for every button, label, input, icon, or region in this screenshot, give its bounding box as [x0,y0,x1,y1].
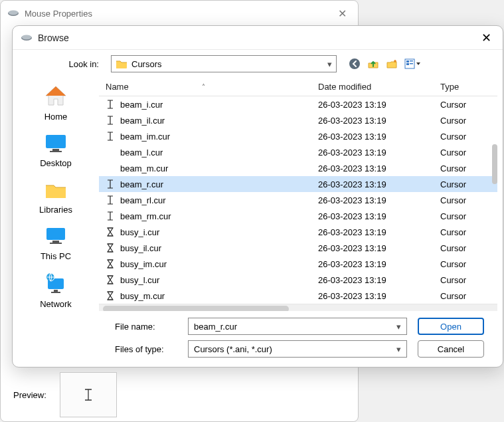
preview-box [60,372,117,417]
col-name-header[interactable]: Name ˄ [99,82,318,92]
file-date: 26-03-2023 13:19 [318,291,438,301]
horizontal-scrollbar[interactable] [99,304,497,311]
new-folder-icon[interactable] [386,58,398,70]
dialog-close-button[interactable]: ✕ [477,31,495,45]
preview-strip: Preview: [13,372,117,417]
parent-close-button[interactable]: ✕ [333,7,351,20]
file-rows: beam_i.cur26-03-2023 13:19Cursorbeam_il.… [99,96,497,304]
hourglass-icon [106,291,115,300]
file-date: 26-03-2023 13:19 [318,275,438,285]
file-row[interactable]: beam_rl.cur26-03-2023 13:19Cursor [99,192,497,208]
file-name: beam_l.cur [120,148,163,158]
col-type-header[interactable]: Type [438,82,497,92]
file-type: Cursor [438,132,497,142]
file-row[interactable]: beam_m.cur26-03-2023 13:19Cursor [99,160,497,176]
file-date: 26-03-2023 13:19 [318,227,438,237]
chevron-down-icon: ▾ [396,344,401,354]
back-icon[interactable] [349,58,361,70]
list-header: Name ˄ Date modified Type [99,78,497,96]
file-date: 26-03-2023 13:19 [318,132,438,142]
file-row[interactable]: beam_rm.cur26-03-2023 13:19Cursor [99,208,497,224]
file-date: 26-03-2023 13:19 [318,211,438,221]
file-name: beam_m.cur [120,163,168,173]
vertical-scrollbar[interactable] [492,144,497,184]
file-row[interactable]: busy_il.cur26-03-2023 13:19Cursor [99,240,497,256]
svg-rect-13 [46,228,65,240]
lookin-combo[interactable]: Cursors ▾ [111,55,337,72]
file-row[interactable]: busy_l.cur26-03-2023 13:19Cursor [99,272,497,288]
file-row[interactable]: busy_i.cur26-03-2023 13:19Cursor [99,224,497,240]
place-home[interactable]: Home [23,82,89,128]
filetype-combo[interactable]: Cursors (*.ani, *.cur) ▾ [188,340,407,358]
file-row[interactable]: busy_im.cur26-03-2023 13:19Cursor [99,256,497,272]
filetype-label: Files of type: [99,344,179,354]
svg-rect-11 [52,149,59,151]
file-type: Cursor [438,243,497,253]
file-name: busy_im.cur [120,259,167,269]
chevron-down-icon: ▾ [396,322,401,332]
preview-label: Preview: [13,390,46,400]
ibeam-icon [106,211,115,221]
place-thispc[interactable]: This PC [23,223,89,268]
file-name: beam_rm.cur [120,211,171,221]
nav-buttons [349,58,420,70]
up-icon[interactable] [367,58,379,70]
svg-rect-6 [406,60,409,62]
place-label: Libraries [23,205,89,215]
file-type: Cursor [438,116,497,126]
file-row[interactable]: beam_im.cur26-03-2023 13:19Cursor [99,128,497,144]
file-name: busy_l.cur [120,275,159,285]
place-label: Desktop [23,158,89,168]
lookin-value: Cursors [131,59,162,69]
app-disc-icon [7,9,19,17]
file-type: Cursor [438,148,497,158]
folder-icon [116,59,127,68]
file-date: 26-03-2023 13:19 [318,100,438,110]
file-date: 26-03-2023 13:19 [318,243,438,253]
chevron-down-icon: ▾ [327,59,332,69]
file-row[interactable]: beam_l.cur26-03-2023 13:19Cursor [99,144,497,160]
svg-point-1 [9,11,18,15]
dialog-title: Browse [38,33,477,43]
lookin-label: Look in: [13,59,106,69]
place-label: Home [23,112,89,122]
cancel-button[interactable]: Cancel [418,340,484,358]
file-name: beam_il.cur [120,116,165,126]
file-name: beam_r.cur [120,179,163,189]
file-date: 26-03-2023 13:19 [318,259,438,269]
open-button[interactable]: Open [418,318,484,335]
hourglass-icon [106,227,115,237]
view-menu-icon[interactable] [404,58,420,70]
file-type: Cursor [438,163,497,173]
file-type: Cursor [438,291,497,301]
svg-rect-8 [410,60,413,62]
hourglass-icon [106,259,115,268]
col-date-header[interactable]: Date modified [318,82,438,92]
svg-point-4 [349,58,360,69]
place-network[interactable]: Network [23,269,89,316]
file-type: Cursor [438,275,497,285]
file-name: busy_m.cur [120,291,165,301]
file-date: 26-03-2023 13:19 [318,179,438,189]
file-type: Cursor [438,100,497,110]
filename-value: beam_r.cur [194,322,237,332]
file-name: busy_i.cur [120,227,159,237]
place-label: Network [23,299,89,309]
svg-rect-12 [50,151,62,152]
place-libraries[interactable]: Libraries [23,176,89,221]
parent-title: Mouse Properties [25,9,333,19]
file-row[interactable]: beam_r.cur26-03-2023 13:19Cursor [99,176,497,192]
place-desktop[interactable]: Desktop [23,130,89,175]
svg-rect-18 [54,290,58,292]
file-row[interactable]: beam_il.cur26-03-2023 13:19Cursor [99,112,497,128]
svg-rect-10 [46,135,66,148]
file-name: beam_rl.cur [120,195,166,205]
parent-titlebar: Mouse Properties ✕ [1,1,358,26]
ibeam-icon [106,116,115,125]
svg-rect-7 [406,63,409,65]
file-row[interactable]: beam_i.cur26-03-2023 13:19Cursor [99,96,497,112]
filename-combo[interactable]: beam_r.cur ▾ [188,318,407,335]
file-type: Cursor [438,179,497,189]
file-row[interactable]: busy_m.cur26-03-2023 13:19Cursor [99,288,497,304]
file-date: 26-03-2023 13:19 [318,163,438,173]
